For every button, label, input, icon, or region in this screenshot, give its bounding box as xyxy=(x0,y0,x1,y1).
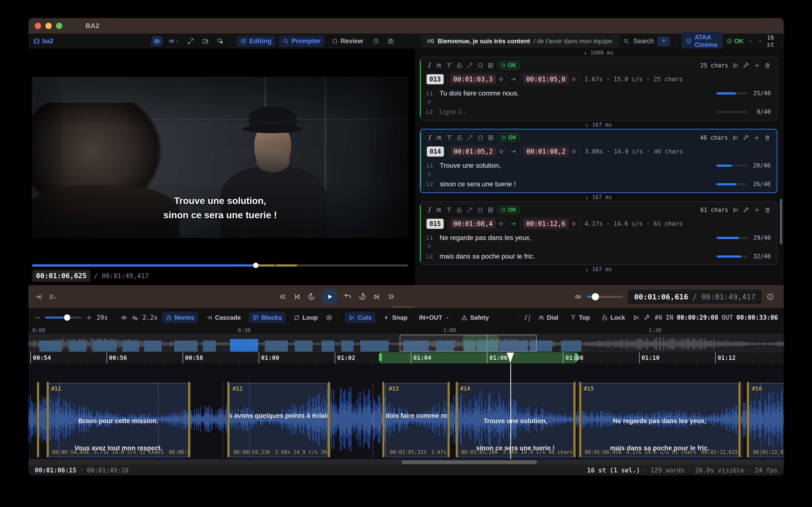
shot-change-marker[interactable] xyxy=(328,382,330,457)
target-icon[interactable] xyxy=(571,221,576,226)
project-name[interactable]: ba2 xyxy=(33,38,54,45)
seek-handle[interactable] xyxy=(253,263,258,268)
shot-change-marker[interactable] xyxy=(447,382,450,457)
minimize-window-button[interactable] xyxy=(45,23,52,29)
tab-prompter[interactable]: Prompter xyxy=(279,36,324,47)
back-5s-button[interactable]: 5 xyxy=(307,293,316,301)
timeline-waveform-area[interactable]: #11Bravo pour cette mission.Vous avez to… xyxy=(28,364,784,459)
video-frame[interactable]: Trouve une solution, sinon ce sera une t… xyxy=(32,77,408,238)
add-button[interactable] xyxy=(754,62,760,69)
delete-button[interactable] xyxy=(764,207,771,213)
notes-icon[interactable] xyxy=(488,134,494,141)
subtitle-card-013[interactable]: IOK25 chars01300:01:03,300:01:05,01.67s … xyxy=(420,57,777,121)
shot-change-marker[interactable] xyxy=(382,382,384,457)
target-icon[interactable] xyxy=(499,149,504,154)
line1-row[interactable]: L1Ne regarde pas dans les yeux,29/40 xyxy=(427,234,771,242)
search-icon[interactable] xyxy=(623,38,629,45)
safety-toggle[interactable]: Safety xyxy=(457,312,493,323)
previous-issue-button[interactable] xyxy=(748,38,753,44)
previous-subtitle-button[interactable] xyxy=(278,293,287,301)
add-subtitle-button[interactable] xyxy=(658,36,670,46)
shot-change-marker[interactable] xyxy=(747,382,749,457)
dial-toggle[interactable]: Dial xyxy=(534,312,562,323)
speakers-icon[interactable] xyxy=(435,62,442,69)
speakers-icon[interactable] xyxy=(435,207,442,213)
timeline-subtitle-block-12[interactable]: #12us avons quelques points à éclairc00:… xyxy=(229,383,328,457)
volume-slider[interactable] xyxy=(587,296,623,298)
top-toggle[interactable]: Top xyxy=(566,312,594,323)
waveform-icon[interactable] xyxy=(121,315,127,321)
zoom-window-label[interactable]: 20s xyxy=(97,314,108,321)
italic-icon[interactable]: I xyxy=(427,62,431,69)
start-timecode-field[interactable]: 00:01:05,2 xyxy=(448,145,507,158)
subtitle-card-014[interactable]: IOK46 chars01400:01:05,200:01:08,23.08s … xyxy=(420,129,777,193)
cascade-toggle[interactable]: Cascade xyxy=(202,312,244,323)
split-button[interactable] xyxy=(732,134,739,141)
minimap-viewport[interactable] xyxy=(400,335,537,352)
shot-change-marker[interactable] xyxy=(37,382,39,457)
magic-icon[interactable] xyxy=(466,62,473,69)
end-timecode-field[interactable]: 00:01:12,6 xyxy=(520,218,579,230)
close-window-button[interactable] xyxy=(35,23,41,29)
swap-lines-button[interactable] xyxy=(427,171,432,177)
preview-toggle-button[interactable] xyxy=(151,36,163,46)
tab-editing[interactable]: Editing xyxy=(237,36,275,47)
tools-button[interactable] xyxy=(743,134,749,141)
timeline-subtitle-block-14[interactable]: #14Trouve une solution,sinon ce sera une… xyxy=(457,383,574,457)
add-button[interactable] xyxy=(754,134,760,141)
notes-icon[interactable] xyxy=(487,207,494,213)
previous-frame-button[interactable] xyxy=(293,293,301,301)
add-button[interactable] xyxy=(754,207,760,213)
cuts-toggle[interactable]: Cuts xyxy=(345,312,375,323)
audio-menu-button[interactable] xyxy=(166,36,182,46)
start-timecode-field[interactable]: 00:01:08,4 xyxy=(447,218,506,230)
next-subtitle-button[interactable] xyxy=(387,293,395,301)
video-seekbar[interactable] xyxy=(32,264,408,267)
target-icon[interactable] xyxy=(571,76,576,82)
end-timecode-field[interactable]: 00:01:05,0 xyxy=(520,73,579,85)
italic-icon[interactable]: I xyxy=(427,206,431,214)
lock-toggle[interactable]: Lock xyxy=(598,312,629,323)
subtitle-card-015[interactable]: IOK61 chars01500:01:08,400:01:12,64.17s … xyxy=(420,201,777,265)
scene-boundary-marker[interactable] xyxy=(379,353,382,361)
shot-change-marker[interactable] xyxy=(573,382,575,457)
split-button[interactable] xyxy=(733,207,739,213)
snap-toggle[interactable]: Snap xyxy=(380,312,411,323)
zoom-out-button[interactable] xyxy=(34,315,41,321)
swap-lines-button[interactable] xyxy=(427,99,432,104)
timeline-zoom-slider[interactable] xyxy=(45,317,81,319)
timeline-subtitle-block-15[interactable]: #15Ne regarde pas dans les yeux,mais dan… xyxy=(580,383,739,457)
shot-change-marker[interactable] xyxy=(47,382,49,457)
target-icon[interactable] xyxy=(571,149,577,154)
inout-dropdown[interactable]: IN+OUT xyxy=(416,312,453,323)
go-to-current-subtitle-button[interactable] xyxy=(35,293,42,301)
shot-change-marker[interactable] xyxy=(227,382,230,457)
blocks-toggle[interactable]: Blocks xyxy=(249,312,286,323)
split-subtitle-button[interactable] xyxy=(633,315,639,321)
tools-button[interactable] xyxy=(743,62,749,69)
lock-open-icon[interactable] xyxy=(456,134,463,141)
split-button[interactable] xyxy=(733,62,739,69)
align-top-icon[interactable] xyxy=(446,62,452,69)
magic-icon[interactable] xyxy=(467,134,473,141)
shot-change-marker[interactable] xyxy=(739,382,741,457)
loop-toggle[interactable]: Loop xyxy=(290,312,321,323)
align-top-icon[interactable] xyxy=(446,134,452,141)
line1-row[interactable]: L1Trouve une solution,20/40 xyxy=(427,162,770,169)
waveform-settings-icon[interactable] xyxy=(132,315,138,321)
timeline-scrollbar[interactable] xyxy=(28,459,784,465)
line2-row[interactable]: L2sinon ce sera une tuerie !26/40 xyxy=(427,180,770,188)
shot-change-marker[interactable] xyxy=(579,382,581,457)
italic-icon[interactable]: I xyxy=(427,134,432,142)
timeline-subtitle-block-13[interactable]: #13dois faire comme no00:01:03,3331.67s … xyxy=(385,383,449,457)
volume-icon[interactable] xyxy=(575,293,582,300)
tab-review[interactable]: Review xyxy=(328,36,367,47)
line1-row[interactable]: L1Tu dois faire comme nous.25/40 xyxy=(427,90,771,97)
shot-change-marker[interactable] xyxy=(456,382,458,457)
timeline-ruler[interactable]: 00:5400:5600:5801:0001:0201:0401:0601:08… xyxy=(28,352,784,364)
tools-button[interactable] xyxy=(743,207,749,213)
speakers-icon[interactable] xyxy=(436,134,442,141)
delete-button[interactable] xyxy=(764,134,770,141)
line2-row[interactable]: L2Ligne 2...0/40 xyxy=(427,108,771,116)
prompter-icon[interactable] xyxy=(477,207,483,213)
